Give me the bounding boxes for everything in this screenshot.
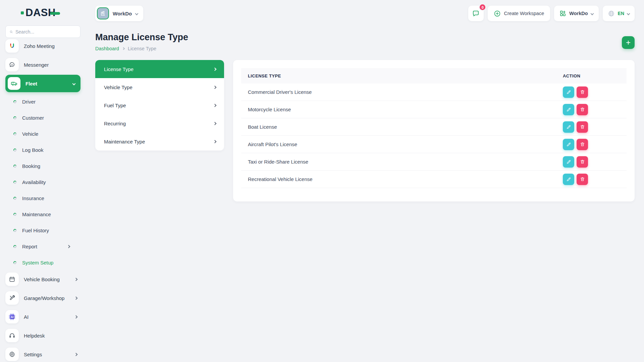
delete-button[interactable] <box>577 86 588 98</box>
edit-button[interactable] <box>563 121 574 133</box>
breadcrumb-current: License Type <box>128 46 156 51</box>
chevron-right-icon <box>213 104 217 107</box>
pencil-icon <box>566 107 571 112</box>
sidebar-item-helpdesk[interactable]: Helpdesk <box>5 327 80 344</box>
sidebar-item-report[interactable]: Report <box>5 238 80 254</box>
breadcrumb-separator-icon <box>122 47 125 50</box>
table-row: Recreational Vehicle License <box>241 171 627 188</box>
sidebar-item-label: Vehicle <box>22 131 38 137</box>
sidebar-item-availability[interactable]: Availability <box>5 174 80 190</box>
fleet-icon <box>8 77 20 90</box>
sidebar-item-vehicle-booking[interactable]: Vehicle Booking <box>5 270 80 288</box>
sidebar-item-vehicle[interactable]: Vehicle <box>5 126 80 142</box>
search-input[interactable] <box>15 29 76 35</box>
tab-label: Vehicle Type <box>104 84 132 90</box>
trash-icon <box>580 107 585 112</box>
sidebar-item-label: Report <box>22 244 37 249</box>
content-row: License Type Vehicle Type Fuel Type Recu… <box>95 60 635 201</box>
chevron-down-icon <box>135 12 139 15</box>
logo-dash-icon <box>50 12 60 15</box>
chat-button[interactable]: 0 <box>468 6 484 21</box>
delete-button[interactable] <box>577 121 588 133</box>
sidebar-item-label: Helpdesk <box>24 333 45 339</box>
license-type-name: Recreational Vehicle License <box>248 176 563 182</box>
tab-vehicle-type[interactable]: Vehicle Type <box>95 78 224 96</box>
headphones-icon <box>5 329 19 342</box>
sidebar-item-label: AI <box>24 314 29 320</box>
sidebar-item-zoho-meeting[interactable]: Zoho Meeting <box>5 37 80 55</box>
sidebar-item-fuel-history[interactable]: Fuel History <box>5 222 80 238</box>
add-license-type-button[interactable]: + <box>622 36 635 49</box>
chevron-right-icon <box>74 315 78 318</box>
edit-button[interactable] <box>563 156 574 168</box>
sidebar-item-insurance[interactable]: Insurance <box>5 190 80 206</box>
breadcrumb-dashboard-link[interactable]: Dashboard <box>95 46 119 51</box>
bullet-icon <box>13 180 17 184</box>
delete-button[interactable] <box>577 156 588 168</box>
edit-button[interactable] <box>563 104 574 115</box>
sidebar-item-maintenance[interactable]: Maintenance <box>5 206 80 222</box>
sidebar-search[interactable] <box>5 25 80 38</box>
sidebar-item-fleet[interactable]: Fleet <box>5 75 80 92</box>
delete-button[interactable] <box>577 104 588 115</box>
workspace-building-icon <box>97 7 109 19</box>
tab-label: License Type <box>104 66 133 72</box>
sidebar-item-driver[interactable]: Driver <box>5 94 80 110</box>
workspace-selector[interactable]: WorkDo <box>95 6 143 21</box>
tab-recurring[interactable]: Recurring <box>95 114 224 132</box>
sidebar-item-label: Booking <box>22 163 40 169</box>
sidebar-item-label: Driver <box>22 99 36 105</box>
sidebar-item-garage-workshop[interactable]: Garage/Workshop <box>5 289 80 307</box>
apps-menu-label: WorkDo <box>569 11 588 16</box>
main-area: WorkDo 0 Create Wor <box>86 0 644 362</box>
pencil-icon <box>566 89 571 95</box>
tab-label: Fuel Type <box>104 103 126 108</box>
apps-menu-button[interactable]: WorkDo <box>554 6 598 21</box>
grid-plus-icon <box>559 10 566 17</box>
edit-button[interactable] <box>563 174 574 185</box>
sidebar-item-messenger[interactable]: Messenger <box>5 56 80 73</box>
chevron-down-icon <box>590 12 594 15</box>
trash-icon <box>580 124 585 129</box>
license-type-name: Motorcycle License <box>248 107 563 112</box>
table-row: Commercial Driver's License <box>241 83 627 101</box>
chevron-down-icon <box>72 82 76 85</box>
sidebar-item-settings[interactable]: Settings <box>5 346 80 362</box>
column-header-license-type: LICENSE TYPE <box>248 73 563 78</box>
bullet-icon <box>13 228 17 232</box>
tab-maintenance-type[interactable]: Maintenance Type <box>95 132 224 150</box>
sidebar-item-label: Settings <box>24 352 42 357</box>
create-workspace-label: Create Workspace <box>504 11 544 16</box>
create-workspace-button[interactable]: Create Workspace <box>488 6 550 21</box>
tab-fuel-type[interactable]: Fuel Type <box>95 96 224 114</box>
bullet-icon <box>13 164 17 168</box>
tools-icon <box>5 291 19 305</box>
license-type-name: Commercial Driver's License <box>248 89 563 95</box>
zoho-meeting-icon <box>5 39 19 53</box>
plus-icon: + <box>626 39 631 47</box>
sidebar-item-booking[interactable]: Booking <box>5 158 80 174</box>
language-selector[interactable]: EN <box>603 6 635 21</box>
chevron-right-icon <box>74 353 78 356</box>
topbar-right: 0 Create Workspace WorkDo <box>468 6 635 21</box>
tab-license-type[interactable]: License Type <box>95 60 224 78</box>
sidebar-item-system-setup[interactable]: System Setup <box>5 254 80 270</box>
sidebar-item-log-book[interactable]: Log Book <box>5 142 80 158</box>
table-row: Aircraft Pilot's License <box>241 136 627 153</box>
pencil-icon <box>566 159 571 164</box>
chevron-right-icon <box>213 122 217 125</box>
language-code: EN <box>618 11 624 16</box>
sidebar-item-customer[interactable]: Customer <box>5 110 80 126</box>
delete-button[interactable] <box>577 174 588 185</box>
trash-icon <box>580 177 585 182</box>
pencil-icon <box>566 124 571 129</box>
edit-button[interactable] <box>563 86 574 98</box>
chevron-down-icon <box>627 12 630 15</box>
delete-button[interactable] <box>577 139 588 150</box>
edit-button[interactable] <box>563 139 574 150</box>
license-type-name: Aircraft Pilot's License <box>248 141 563 147</box>
setup-tabs-card: License Type Vehicle Type Fuel Type Recu… <box>95 60 224 150</box>
dash-logo[interactable]: DASH <box>5 5 80 20</box>
sidebar-item-label: Vehicle Booking <box>24 277 60 282</box>
sidebar-item-ai[interactable]: AI AI <box>5 308 80 325</box>
